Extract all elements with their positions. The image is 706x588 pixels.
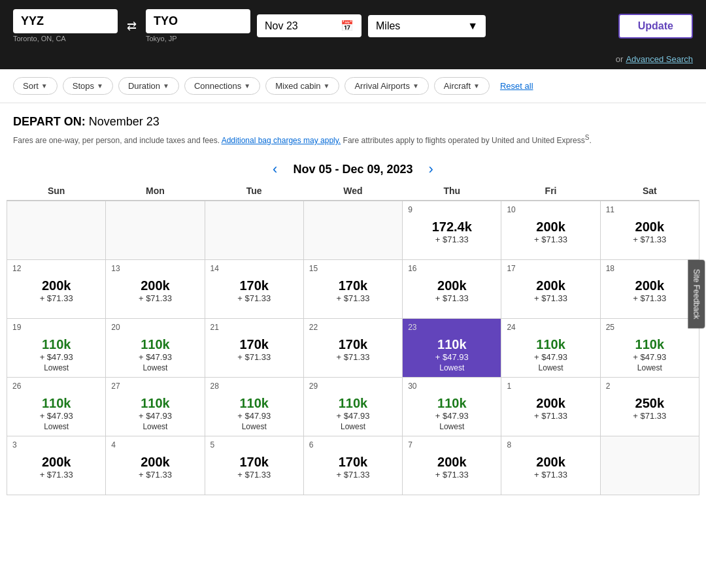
calendar-cell[interactable]: 26110k+ $47.93Lowest [7,377,106,436]
miles-select[interactable]: Miles ▼ [368,15,486,37]
calendar-day-header: Sun [7,182,106,201]
calendar-cell[interactable]: 14170k+ $71.33 [205,259,303,318]
calendar-cell[interactable]: 6170k+ $71.33 [303,436,402,495]
calendar-cell[interactable]: 3200k+ $71.33 [7,436,106,495]
calendar-cell[interactable]: 30110k+ $47.93Lowest [403,377,501,436]
cell-miles: 110k [309,396,397,411]
calendar-cell[interactable]: 15170k+ $71.33 [303,259,402,318]
cell-fee: + $71.33 [606,235,694,244]
sort-button[interactable]: Sort ▼ [13,77,58,95]
cell-fee: + $71.33 [210,470,298,480]
cell-miles: 110k [408,337,496,352]
calendar-cell [106,201,205,259]
cell-fee: + $71.33 [309,470,397,480]
cell-fee: + $47.93 [111,352,199,362]
calendar-container: SunMonTueWedThuFriSat 9172.4k+ $71.33102… [0,182,706,508]
connections-button[interactable]: Connections ▼ [184,77,260,95]
cell-miles: 200k [111,455,199,470]
calendar-cell [303,201,402,259]
update-button[interactable]: Update [618,14,693,39]
dest-input[interactable] [146,9,250,33]
calendar-cell[interactable]: 5170k+ $71.33 [205,436,303,495]
calendar-day-header: Fri [501,182,600,201]
cell-date: 9 [408,205,496,214]
calendar-cell[interactable]: 13200k+ $71.33 [106,259,205,318]
calendar-cell[interactable]: 29110k+ $47.93Lowest [303,377,402,436]
cell-miles: 200k [606,278,694,293]
calendar-cell[interactable]: 21170k+ $71.33 [205,318,303,377]
cell-fee: + $47.93 [408,352,496,362]
advanced-search-link[interactable]: Advanced Search [626,54,693,64]
connections-chevron-icon: ▼ [244,82,250,90]
cell-miles: 200k [408,278,496,293]
cell-fee: + $47.93 [12,352,100,362]
cell-fee: + $71.33 [507,235,594,244]
dest-subtitle: Tokyo, JP [146,35,250,42]
cell-miles: 110k [111,396,199,411]
calendar-cell[interactable]: 12200k+ $71.33 [7,259,106,318]
calendar-cell[interactable]: 2250k+ $71.33 [600,377,699,436]
cell-fee: + $71.33 [408,293,496,303]
cell-miles: 200k [507,278,594,293]
calendar-cell[interactable]: 19110k+ $47.93Lowest [7,318,106,377]
calendar-cell[interactable]: 8200k+ $71.33 [501,436,600,495]
calendar-cell[interactable]: 7200k+ $71.33 [403,436,501,495]
calendar-cell[interactable]: 20110k+ $47.93Lowest [106,318,205,377]
cell-miles: 250k [606,396,694,411]
depart-bold-label: DEPART ON: [13,115,86,128]
cell-date: 7 [408,440,496,449]
aircraft-chevron-icon: ▼ [473,82,480,90]
calendar-cell[interactable]: 18200k+ $71.33 [600,259,699,318]
or-text: or [616,54,624,64]
calendar-cell[interactable]: 10200k+ $71.33 [501,201,600,259]
mixed-cabin-button[interactable]: Mixed cabin ▼ [265,77,339,95]
calendar-cell[interactable]: 22170k+ $71.33 [303,318,402,377]
cell-lowest-badge: Lowest [309,422,397,431]
date-value: Nov 23 [265,20,298,32]
calendar-cell[interactable]: 16200k+ $71.33 [403,259,501,318]
calendar-cell[interactable]: 9172.4k+ $71.33 [403,201,501,259]
cell-date: 3 [12,440,100,449]
calendar-cell[interactable]: 4200k+ $71.33 [106,436,205,495]
reset-all-button[interactable]: Reset all [500,81,533,91]
next-month-button[interactable]: › [429,161,433,178]
calendar-cell[interactable]: 24110k+ $47.93Lowest [501,318,600,377]
stops-button[interactable]: Stops ▼ [63,77,113,95]
cell-miles: 110k [111,337,199,352]
calendar-cell[interactable]: 11200k+ $71.33 [600,201,699,259]
miles-label: Miles [376,20,400,32]
cell-miles: 170k [309,455,397,470]
depart-date-label: November 23 [89,115,160,128]
header: Toronto, ON, CA ⇄ Tokyo, JP Nov 23 📅 Mil… [0,0,706,52]
cell-date: 2 [606,382,694,391]
calendar-day-header: Mon [106,182,205,201]
cell-fee: + $47.93 [12,411,100,421]
prev-month-button[interactable]: ‹ [273,161,277,178]
duration-button[interactable]: Duration ▼ [118,77,179,95]
fare-note: Fares are one-way, per person, and inclu… [13,133,693,146]
calendar-cell[interactable]: 27110k+ $47.93Lowest [106,377,205,436]
calendar-cell[interactable]: 28110k+ $47.93Lowest [205,377,303,436]
site-feedback-tab[interactable]: Site Feedback [688,260,705,329]
cell-date: 21 [210,323,298,332]
calendar-header-row: SunMonTueWedThuFriSat [7,182,699,201]
cell-miles: 200k [507,455,594,470]
arrival-airports-button[interactable]: Arrival Airports ▼ [345,77,428,95]
origin-input[interactable] [13,9,118,33]
cell-fee: + $47.93 [309,411,397,421]
aircraft-button[interactable]: Aircraft ▼ [434,77,490,95]
bag-charges-link[interactable]: Additional bag charges may apply. [222,136,341,145]
cell-date: 13 [111,264,199,273]
cell-fee: + $71.33 [507,293,594,303]
cell-date: 22 [309,323,397,332]
cell-date: 11 [606,205,694,214]
date-input[interactable]: Nov 23 📅 [257,14,361,37]
filter-bar: Sort ▼ Stops ▼ Duration ▼ Connections ▼ … [0,69,706,103]
calendar-cell[interactable]: 17200k+ $71.33 [501,259,600,318]
calendar-cell [205,201,303,259]
swap-button[interactable]: ⇄ [124,16,139,36]
calendar-cell[interactable]: 1200k+ $71.33 [501,377,600,436]
calendar-cell[interactable]: 25110k+ $47.93Lowest [600,318,699,377]
cell-date: 17 [507,264,594,273]
calendar-cell[interactable]: 23110k+ $47.93Lowest [403,318,501,377]
